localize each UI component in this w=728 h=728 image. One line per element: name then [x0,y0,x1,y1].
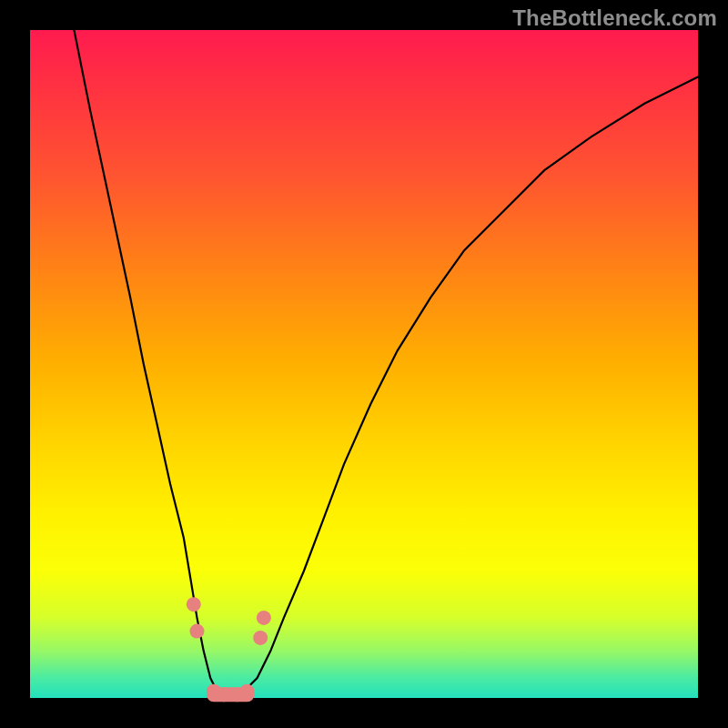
marker-dot [217,687,231,702]
marker-dot [257,611,271,625]
marker-dot [240,684,255,699]
marker-dot [253,631,268,645]
chart-plot-area [30,30,698,698]
marker-dot [190,624,205,639]
chart-svg [30,30,698,698]
marker-dot [187,597,201,612]
chart-frame: TheBottleneck.com [0,0,728,728]
marker-dots-group [187,597,271,702]
watermark-text: TheBottleneck.com [512,5,717,31]
bottleneck-curve [30,0,698,698]
